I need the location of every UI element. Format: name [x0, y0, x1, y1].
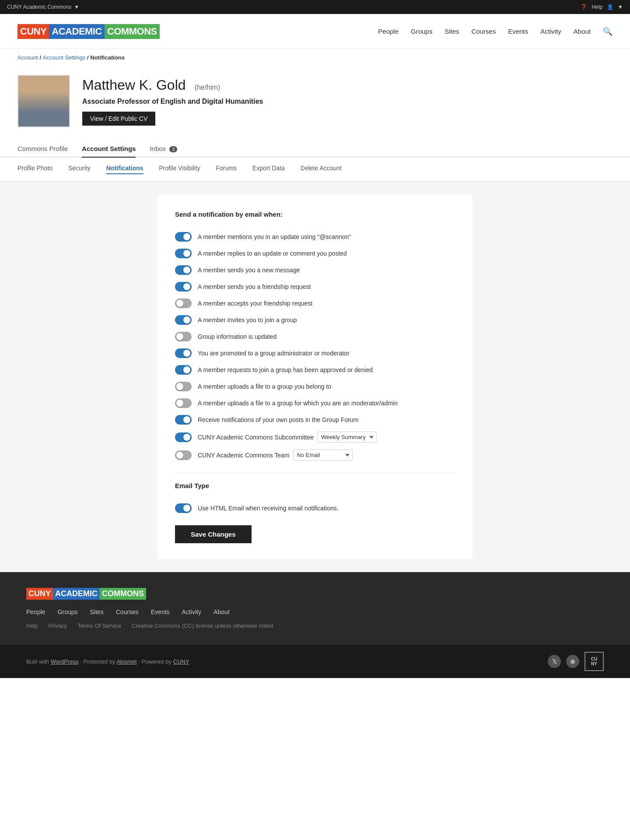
toggle-html-email[interactable]	[175, 503, 192, 513]
notification-panel: Send a notification by email when: A mem…	[158, 195, 472, 559]
built-with-label: Built with	[26, 658, 51, 665]
admin-bar-left: CUNY Academic Commons ▼	[7, 4, 79, 10]
subtab-notifications[interactable]: Notifications	[106, 165, 144, 174]
toggle-subcommittee[interactable]	[175, 432, 192, 442]
subtab-profile-photo[interactable]: Profile Photo	[18, 165, 52, 174]
toggle-row-html-email: Use HTML Email when receiving email noti…	[175, 500, 455, 517]
akismet-link[interactable]: Akismet	[116, 658, 136, 665]
section-divider	[175, 473, 455, 473]
nav-events[interactable]: Events	[508, 28, 528, 35]
footer-nav: People Groups Sites Courses Events Activ…	[26, 608, 604, 615]
admin-help-label[interactable]: Help	[592, 4, 602, 10]
tab-account-settings[interactable]: Account Settings	[82, 141, 136, 158]
toggle-row: A member sends you a new message	[175, 262, 455, 278]
logo[interactable]: CUNY ACADEMIC COMMONS	[18, 24, 160, 39]
toggle-row: A member requests to join a group has be…	[175, 362, 455, 378]
toggle-row-subcommittee: CUNY Academic Commons Subcommittee No Em…	[175, 428, 455, 446]
cuny-link[interactable]: CUNY	[173, 658, 189, 665]
toggle-mention[interactable]	[175, 232, 192, 242]
nav-courses[interactable]: Courses	[472, 28, 496, 35]
twitter-icon[interactable]: 𝕏	[548, 655, 561, 668]
rss-icon[interactable]: ⊕	[566, 655, 579, 668]
subtab-profile-visibility[interactable]: Profile Visibility	[159, 165, 200, 174]
main-nav: CUNY ACADEMIC COMMONS People Groups Site…	[0, 14, 630, 49]
breadcrumb-current: Notifications	[90, 54, 125, 61]
toggle-message[interactable]	[175, 265, 192, 275]
team-select[interactable]: No Email Weekly Summary Daily Digest Imm…	[293, 450, 353, 460]
toggle-row: A member accepts your friendship request	[175, 295, 455, 312]
toggle-row: A member invites you to join a group	[175, 312, 455, 328]
toggle-file-upload-admin[interactable]	[175, 398, 192, 408]
breadcrumb-account[interactable]: Account	[18, 54, 38, 61]
footer-nav-events[interactable]: Events	[151, 608, 170, 615]
footer-nav-courses[interactable]: Courses	[116, 608, 139, 615]
footer: CUNY ACADEMIC COMMONS People Groups Site…	[0, 572, 630, 645]
footer-nav-about[interactable]: About	[214, 608, 230, 615]
toggle-join-group[interactable]	[175, 315, 192, 325]
cv-button[interactable]: View / Edit Public CV	[82, 112, 155, 126]
footer-icons: 𝕏 ⊕ CU NY	[548, 652, 604, 671]
footer-logo[interactable]: CUNY ACADEMIC COMMONS	[26, 588, 604, 600]
team-group: CUNY Academic Commons Team No Email Week…	[198, 450, 353, 460]
footer-privacy-link[interactable]: Privacy	[49, 622, 67, 629]
toggle-friendship-request[interactable]	[175, 282, 192, 292]
toggle-file-upload-member-label: A member uploads a file to a group you b…	[198, 383, 455, 390]
search-button[interactable]: 🔍	[603, 27, 612, 36]
admin-dropdown-icon[interactable]: ▼	[74, 4, 79, 10]
subtab-delete-account[interactable]: Delete Account	[301, 165, 342, 174]
footer-cc-link[interactable]: Creative Commons (CC) license unless oth…	[132, 622, 273, 629]
footer-bottom-text: Built with WordPress · Protected by Akis…	[26, 658, 189, 665]
profile-header: Matthew K. Gold (he/him) Associate Profe…	[0, 66, 630, 141]
footer-nav-sites[interactable]: Sites	[90, 608, 104, 615]
notification-section-title: Send a notification by email when:	[175, 211, 455, 218]
subcommittee-select[interactable]: No Email Weekly Summary Daily Digest Imm…	[317, 432, 377, 443]
subtab-forums[interactable]: Forums	[216, 165, 236, 174]
toggle-join-group-label: A member invites you to join a group	[198, 316, 455, 323]
nav-groups[interactable]: Groups	[411, 28, 432, 35]
tab-inbox[interactable]: Inbox 3	[150, 141, 177, 158]
email-type-title: Email Type	[175, 482, 455, 489]
toggle-group-info[interactable]	[175, 332, 192, 341]
toggle-join-approved[interactable]	[175, 365, 192, 375]
tab-commons-profile[interactable]: Commons Profile	[18, 141, 68, 158]
toggle-file-upload-member[interactable]	[175, 382, 192, 391]
toggle-replies-label: A member replies to an update or comment…	[198, 250, 455, 257]
footer-bottom: Built with WordPress · Protected by Akis…	[0, 645, 630, 678]
nav-about[interactable]: About	[574, 28, 591, 35]
toggle-friendship-accept[interactable]	[175, 299, 192, 308]
nav-links: People Groups Sites Courses Events Activ…	[378, 27, 612, 36]
admin-bar-right: ❓ Help 👤 ▼	[581, 4, 623, 10]
footer-terms-link[interactable]: Terms Of Service	[77, 622, 121, 629]
footer-nav-groups[interactable]: Groups	[58, 608, 78, 615]
save-button[interactable]: Save Changes	[175, 525, 252, 543]
nav-sites[interactable]: Sites	[444, 28, 459, 35]
toggle-row-team: CUNY Academic Commons Team No Email Week…	[175, 446, 455, 464]
breadcrumb-account-settings[interactable]: Account Settings	[43, 54, 86, 61]
toggle-replies[interactable]	[175, 249, 192, 258]
subcommittee-label: CUNY Academic Commons Subcommittee	[198, 434, 314, 441]
section-tabs: Commons Profile Account Settings Inbox 3	[0, 141, 630, 158]
toggle-html-email-label: Use HTML Email when receiving email noti…	[198, 505, 455, 512]
toggle-row: Receive notifications of your own posts …	[175, 411, 455, 428]
subcommittee-group: CUNY Academic Commons Subcommittee No Em…	[198, 432, 377, 443]
toggle-own-posts[interactable]	[175, 415, 192, 425]
toggle-promoted-label: You are promoted to a group administrato…	[198, 350, 455, 357]
protected-by-label: · Protected by	[80, 658, 116, 665]
footer-help-link[interactable]: Help	[26, 622, 38, 629]
toggle-row: A member uploads a file to a group for w…	[175, 395, 455, 411]
footer-nav-activity[interactable]: Activity	[182, 608, 201, 615]
subtab-security[interactable]: Security	[68, 165, 91, 174]
subtab-export-data[interactable]: Export Data	[252, 165, 285, 174]
toggle-friendship-request-label: A member sends you a friendship request	[198, 283, 455, 290]
footer-links: Help Privacy Terms Of Service Creative C…	[26, 622, 604, 629]
wordpress-link[interactable]: WordPress	[51, 658, 79, 665]
footer-nav-people[interactable]: People	[26, 608, 46, 615]
logo-cuny: CUNY	[18, 24, 49, 39]
nav-people[interactable]: People	[378, 28, 399, 35]
cuny-logo-badge: CU NY	[584, 652, 604, 671]
nav-activity[interactable]: Activity	[540, 28, 561, 35]
logo-commons: COMMONS	[105, 24, 160, 39]
toggle-team[interactable]	[175, 450, 192, 460]
admin-site-name[interactable]: CUNY Academic Commons	[7, 4, 71, 10]
toggle-promoted[interactable]	[175, 348, 192, 358]
